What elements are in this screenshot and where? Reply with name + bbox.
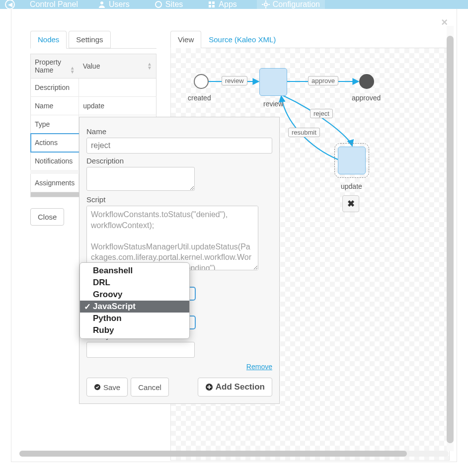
action-editor-popup: Name Description Script WorkflowConstant…	[79, 117, 280, 404]
action-name-input[interactable]	[86, 138, 272, 154]
node-created[interactable]	[194, 74, 209, 89]
tab-view[interactable]: View	[170, 31, 201, 48]
action-script-input[interactable]: WorkflowConstants.toStatus("denied"), wo…	[86, 206, 258, 270]
execution-type-select[interactable]	[190, 316, 196, 329]
edge-resubmit-label[interactable]: resubmit	[288, 128, 320, 137]
svg-rect-5	[212, 5, 215, 7]
save-button[interactable]: Save	[86, 378, 128, 397]
node-update-label: update	[341, 182, 362, 190]
edge-review-label[interactable]: review	[222, 76, 247, 85]
edge-reject-label[interactable]: reject	[310, 109, 333, 118]
svg-rect-3	[212, 1, 215, 4]
node-update[interactable]	[338, 147, 366, 174]
canvas-tabs: View Source (Kaleo XML)	[170, 31, 450, 48]
tab-source[interactable]: Source (Kaleo XML)	[201, 31, 283, 48]
prop-row-name[interactable]: Nameupdate	[31, 97, 156, 115]
sort-icon[interactable]: ▲▼	[147, 62, 152, 70]
topbar-sites[interactable]: Sites	[150, 0, 188, 9]
description-label: Description	[86, 157, 272, 165]
node-review[interactable]	[259, 68, 287, 96]
svg-rect-2	[209, 1, 211, 4]
topbar-title: Control Panel	[30, 0, 78, 9]
cancel-button[interactable]: Cancel	[131, 378, 169, 397]
node-review-label: review	[263, 100, 283, 108]
topbar-apps[interactable]: Apps	[203, 0, 241, 9]
left-tabs: Nodes Settings	[30, 31, 156, 49]
option-groovy[interactable]: Groovy	[80, 289, 189, 301]
col-value[interactable]: Value▲▼	[79, 54, 156, 79]
svg-rect-4	[209, 5, 211, 7]
tab-nodes[interactable]: Nodes	[30, 31, 67, 49]
node-created-label: created	[188, 94, 211, 102]
topbar: ◀ Control Panel Users Sites Apps Configu…	[0, 0, 468, 9]
svg-point-0	[100, 1, 103, 4]
tab-settings[interactable]: Settings	[69, 31, 110, 48]
node-approved[interactable]	[359, 74, 374, 89]
plus-circle-icon	[205, 383, 213, 391]
option-javascript[interactable]: JavaScript	[80, 301, 189, 313]
delete-node-button[interactable]: ✖	[342, 195, 359, 212]
script-label: Script	[86, 195, 272, 204]
svg-point-1	[156, 1, 161, 7]
remove-action-link[interactable]: Remove	[86, 363, 272, 371]
name-label: Name	[86, 127, 272, 136]
script-language-dropdown[interactable]: Beanshell DRL Groovy JavaScript Python R…	[79, 262, 190, 339]
prop-row-description[interactable]: Description	[31, 79, 156, 97]
svg-point-6	[264, 3, 267, 6]
modal-vertical-scrollbar[interactable]	[447, 26, 454, 451]
close-icon: ✖	[347, 198, 355, 209]
option-ruby[interactable]: Ruby	[80, 324, 189, 336]
node-approved-label: approved	[352, 94, 381, 102]
option-python[interactable]: Python	[80, 313, 189, 324]
edge-approve-label[interactable]: approve	[308, 76, 338, 85]
sort-icon[interactable]: ▲▼	[70, 66, 75, 74]
close-button[interactable]: Close	[30, 208, 64, 226]
option-drl[interactable]: DRL	[80, 277, 189, 289]
option-beanshell[interactable]: Beanshell	[80, 265, 189, 277]
col-property-name[interactable]: Property Name▲▼	[31, 54, 79, 79]
back-icon[interactable]: ◀	[5, 0, 15, 9]
action-description-input[interactable]	[86, 167, 195, 191]
script-language-select[interactable]	[190, 287, 196, 301]
modal-horizontal-scrollbar[interactable]	[19, 451, 449, 457]
add-section-button[interactable]: Add Section	[198, 378, 272, 397]
action-priority-input[interactable]	[86, 342, 195, 358]
topbar-users[interactable]: Users	[93, 0, 135, 9]
topbar-configuration[interactable]: Configuration	[257, 0, 325, 9]
check-circle-icon	[94, 384, 101, 391]
